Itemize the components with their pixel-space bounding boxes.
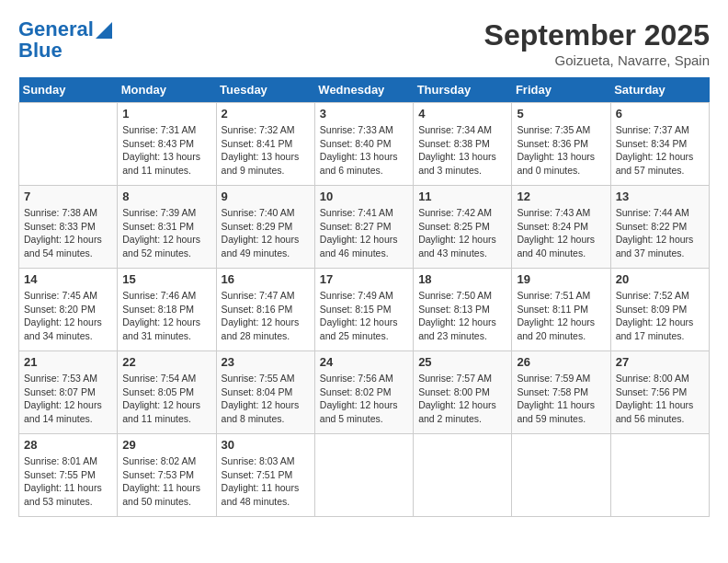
calendar-cell: 7Sunrise: 7:38 AM Sunset: 8:33 PM Daylig… <box>19 186 118 269</box>
title-block: September 2025 Goizueta, Navarre, Spain <box>484 18 710 68</box>
weekday-header: Saturday <box>610 77 709 103</box>
day-info: Sunrise: 7:54 AM Sunset: 8:05 PM Dayligh… <box>122 372 210 426</box>
day-number: 10 <box>320 190 408 203</box>
calendar-table: SundayMondayTuesdayWednesdayThursdayFrid… <box>18 77 710 517</box>
logo-blue: Blue <box>18 40 112 61</box>
day-number: 16 <box>222 272 310 286</box>
location: Goizueta, Navarre, Spain <box>484 52 710 68</box>
day-info: Sunrise: 7:37 AM Sunset: 8:34 PM Dayligh… <box>616 123 704 178</box>
calendar-header-row: SundayMondayTuesdayWednesdayThursdayFrid… <box>19 77 710 103</box>
weekday-header: Tuesday <box>216 77 314 103</box>
day-info: Sunrise: 7:43 AM Sunset: 8:24 PM Dayligh… <box>517 206 605 260</box>
calendar-cell: 6Sunrise: 7:37 AM Sunset: 8:34 PM Daylig… <box>610 103 709 186</box>
calendar-cell <box>610 434 709 517</box>
day-info: Sunrise: 7:55 AM Sunset: 8:04 PM Dayligh… <box>222 372 310 426</box>
calendar-cell: 2Sunrise: 7:32 AM Sunset: 8:41 PM Daylig… <box>216 103 314 186</box>
calendar-cell: 30Sunrise: 8:03 AM Sunset: 7:51 PM Dayli… <box>216 434 314 517</box>
calendar-cell: 8Sunrise: 7:39 AM Sunset: 8:31 PM Daylig… <box>118 186 216 269</box>
calendar-cell: 22Sunrise: 7:54 AM Sunset: 8:05 PM Dayli… <box>118 351 216 434</box>
day-number: 8 <box>122 190 210 203</box>
calendar-cell: 15Sunrise: 7:46 AM Sunset: 8:18 PM Dayli… <box>118 269 216 351</box>
day-number: 14 <box>24 272 112 286</box>
page-header: General Blue September 2025 Goizueta, Na… <box>18 18 710 68</box>
day-info: Sunrise: 7:40 AM Sunset: 8:29 PM Dayligh… <box>222 206 310 260</box>
month-title: September 2025 <box>484 18 710 52</box>
day-number: 27 <box>616 355 704 369</box>
calendar-week-row: 7Sunrise: 7:38 AM Sunset: 8:33 PM Daylig… <box>19 186 710 269</box>
weekday-header: Wednesday <box>314 77 413 103</box>
calendar-cell: 5Sunrise: 7:35 AM Sunset: 8:36 PM Daylig… <box>512 103 610 186</box>
day-number: 12 <box>517 190 605 203</box>
calendar-cell: 27Sunrise: 8:00 AM Sunset: 7:56 PM Dayli… <box>610 351 709 434</box>
day-info: Sunrise: 7:39 AM Sunset: 8:31 PM Dayligh… <box>122 206 210 260</box>
weekday-header: Monday <box>118 77 216 103</box>
day-number: 6 <box>616 107 704 121</box>
calendar-cell: 16Sunrise: 7:47 AM Sunset: 8:16 PM Dayli… <box>216 269 314 351</box>
day-number: 22 <box>122 355 210 369</box>
day-number: 4 <box>418 107 506 121</box>
calendar-cell: 26Sunrise: 7:59 AM Sunset: 7:58 PM Dayli… <box>512 351 610 434</box>
calendar-cell: 9Sunrise: 7:40 AM Sunset: 8:29 PM Daylig… <box>216 186 314 269</box>
svg-marker-0 <box>96 22 112 39</box>
calendar-cell: 18Sunrise: 7:50 AM Sunset: 8:13 PM Dayli… <box>414 269 512 351</box>
day-info: Sunrise: 7:44 AM Sunset: 8:22 PM Dayligh… <box>616 206 704 260</box>
calendar-cell <box>414 434 512 517</box>
day-number: 2 <box>222 107 310 121</box>
day-info: Sunrise: 7:50 AM Sunset: 8:13 PM Dayligh… <box>418 289 506 343</box>
calendar-cell: 11Sunrise: 7:42 AM Sunset: 8:25 PM Dayli… <box>414 186 512 269</box>
weekday-header: Sunday <box>19 77 118 103</box>
calendar-cell: 29Sunrise: 8:02 AM Sunset: 7:53 PM Dayli… <box>118 434 216 517</box>
calendar-cell: 24Sunrise: 7:56 AM Sunset: 8:02 PM Dayli… <box>314 351 413 434</box>
day-info: Sunrise: 7:47 AM Sunset: 8:16 PM Dayligh… <box>222 289 310 343</box>
day-number: 24 <box>320 355 408 369</box>
day-number: 13 <box>616 190 704 203</box>
calendar-cell: 21Sunrise: 7:53 AM Sunset: 8:07 PM Dayli… <box>19 351 118 434</box>
logo-icon <box>96 22 112 39</box>
day-number: 25 <box>418 355 506 369</box>
day-info: Sunrise: 7:35 AM Sunset: 8:36 PM Dayligh… <box>517 123 605 178</box>
calendar-cell: 20Sunrise: 7:52 AM Sunset: 8:09 PM Dayli… <box>610 269 709 351</box>
day-info: Sunrise: 7:56 AM Sunset: 8:02 PM Dayligh… <box>320 372 408 426</box>
calendar-week-row: 14Sunrise: 7:45 AM Sunset: 8:20 PM Dayli… <box>19 269 710 351</box>
day-number: 30 <box>222 438 310 452</box>
day-number: 3 <box>320 107 408 121</box>
day-info: Sunrise: 7:32 AM Sunset: 8:41 PM Dayligh… <box>222 123 310 178</box>
calendar-week-row: 21Sunrise: 7:53 AM Sunset: 8:07 PM Dayli… <box>19 351 710 434</box>
day-number: 7 <box>24 190 112 203</box>
day-info: Sunrise: 8:00 AM Sunset: 7:56 PM Dayligh… <box>616 372 704 426</box>
calendar-cell <box>314 434 413 517</box>
day-info: Sunrise: 7:51 AM Sunset: 8:11 PM Dayligh… <box>517 289 605 343</box>
day-info: Sunrise: 7:42 AM Sunset: 8:25 PM Dayligh… <box>418 206 506 260</box>
day-number: 11 <box>418 190 506 203</box>
day-info: Sunrise: 7:49 AM Sunset: 8:15 PM Dayligh… <box>320 289 408 343</box>
day-info: Sunrise: 8:03 AM Sunset: 7:51 PM Dayligh… <box>222 454 310 509</box>
calendar-cell: 25Sunrise: 7:57 AM Sunset: 8:00 PM Dayli… <box>414 351 512 434</box>
calendar-cell: 4Sunrise: 7:34 AM Sunset: 8:38 PM Daylig… <box>414 103 512 186</box>
calendar-cell <box>512 434 610 517</box>
day-number: 23 <box>222 355 310 369</box>
day-number: 29 <box>122 438 210 452</box>
day-number: 21 <box>24 355 112 369</box>
calendar-week-row: 1Sunrise: 7:31 AM Sunset: 8:43 PM Daylig… <box>19 103 710 186</box>
day-number: 18 <box>418 272 506 286</box>
day-info: Sunrise: 7:59 AM Sunset: 7:58 PM Dayligh… <box>517 372 605 426</box>
logo: General Blue <box>18 18 112 61</box>
day-info: Sunrise: 8:02 AM Sunset: 7:53 PM Dayligh… <box>122 454 210 509</box>
calendar-cell: 10Sunrise: 7:41 AM Sunset: 8:27 PM Dayli… <box>314 186 413 269</box>
day-number: 1 <box>122 107 210 121</box>
day-info: Sunrise: 7:52 AM Sunset: 8:09 PM Dayligh… <box>616 289 704 343</box>
day-number: 20 <box>616 272 704 286</box>
day-info: Sunrise: 7:33 AM Sunset: 8:40 PM Dayligh… <box>320 123 408 178</box>
day-number: 5 <box>517 107 605 121</box>
calendar-cell: 17Sunrise: 7:49 AM Sunset: 8:15 PM Dayli… <box>314 269 413 351</box>
calendar-cell: 13Sunrise: 7:44 AM Sunset: 8:22 PM Dayli… <box>610 186 709 269</box>
weekday-header: Friday <box>512 77 610 103</box>
day-number: 28 <box>24 438 112 452</box>
logo-text: General <box>18 18 94 40</box>
calendar-cell: 23Sunrise: 7:55 AM Sunset: 8:04 PM Dayli… <box>216 351 314 434</box>
weekday-header: Thursday <box>414 77 512 103</box>
day-number: 9 <box>222 190 310 203</box>
calendar-cell: 14Sunrise: 7:45 AM Sunset: 8:20 PM Dayli… <box>19 269 118 351</box>
day-number: 17 <box>320 272 408 286</box>
day-number: 26 <box>517 355 605 369</box>
